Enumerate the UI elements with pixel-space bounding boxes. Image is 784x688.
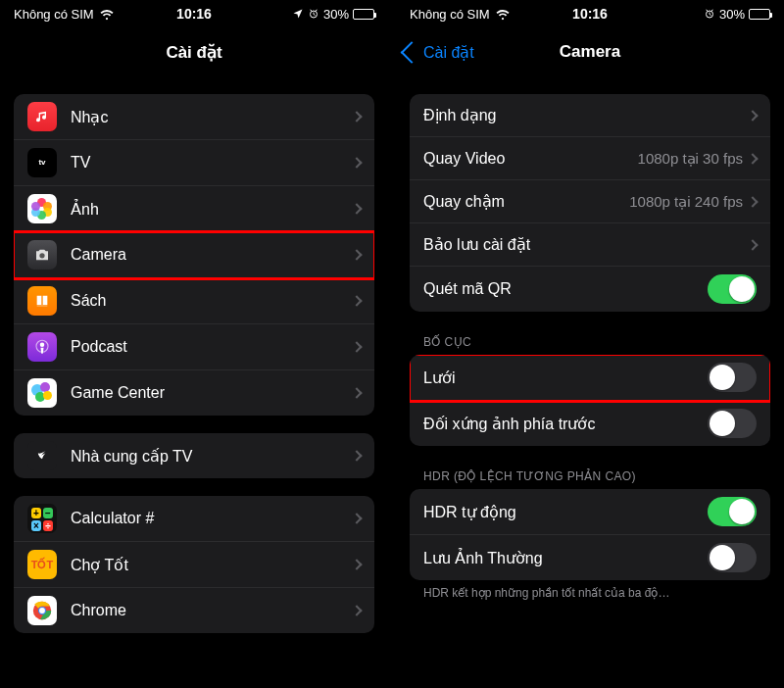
camera-row-autohdr[interactable]: HDR tự động (410, 489, 770, 535)
toggle-keepnormal[interactable] (708, 543, 757, 572)
carrier-text: Không có SIM (14, 7, 94, 22)
settings-group-apple-apps: Nhạc tv TV Ả (14, 94, 374, 416)
settings-row-chrome[interactable]: Chrome (14, 588, 374, 633)
toggle-grid[interactable] (708, 363, 757, 392)
chevron-right-icon (351, 559, 362, 569)
settings-row-calculator[interactable]: + − × ÷ Calculator # (14, 496, 374, 542)
chevron-right-icon (351, 295, 362, 306)
chevron-left-icon (401, 41, 423, 64)
camera-row-grid[interactable]: Lưới (410, 355, 770, 401)
chevron-right-icon (747, 110, 758, 121)
settings-row-books[interactable]: Sách (14, 278, 374, 324)
clock: 10:16 (176, 6, 212, 22)
chevron-right-icon (351, 157, 362, 168)
photos-icon (27, 194, 57, 223)
battery-icon (749, 9, 770, 20)
camera-row-keepnormal[interactable]: Lưu Ảnh Thường (410, 535, 770, 580)
page-title: Camera (560, 42, 620, 62)
podcast-icon (27, 332, 57, 362)
camera-group-formats: Định dạng Quay Video 1080p tại 30 fps Qu… (410, 94, 770, 312)
chevron-right-icon (351, 605, 362, 615)
wifi-icon (100, 7, 114, 21)
camera-row-scanqr[interactable]: Quét mã QR (410, 267, 770, 312)
chevron-right-icon (351, 450, 362, 461)
settings-group-thirdparty: + − × ÷ Calculator # TỐT Chợ Tốt Chro (14, 496, 374, 633)
battery-icon (353, 9, 374, 20)
camera-group-layout: Lưới Đối xứng ảnh phía trước (410, 355, 770, 446)
svg-point-1 (39, 253, 44, 258)
alarm-icon (308, 8, 319, 20)
chevron-right-icon (351, 387, 362, 398)
svg-point-6 (39, 608, 45, 614)
chevron-right-icon (351, 513, 362, 523)
gamecenter-icon (27, 378, 57, 408)
battery-pct: 30% (719, 7, 745, 22)
toggle-scanqr[interactable] (708, 274, 757, 304)
chevron-right-icon (351, 203, 362, 214)
settings-row-tvprovider[interactable]: Nhà cung cấp TV (14, 433, 374, 478)
camera-row-preserve[interactable]: Bảo lưu cài đặt (410, 223, 770, 267)
camera-group-hdr: HDR tự động Lưu Ảnh Thường (410, 489, 770, 580)
settings-row-podcast[interactable]: Podcast (14, 324, 374, 370)
group-header-layout: BỐ CỤC (396, 312, 784, 355)
camera-icon (27, 240, 57, 270)
camera-row-slowmo[interactable]: Quay chậm 1080p tại 240 fps (410, 180, 770, 223)
toggle-mirrorfront[interactable] (708, 409, 757, 438)
toggle-autohdr[interactable] (708, 497, 757, 526)
status-bar: Không có SIM 10:16 30% (0, 0, 388, 27)
books-icon (27, 286, 57, 316)
location-icon (292, 8, 304, 20)
chevron-right-icon (351, 111, 362, 122)
svg-point-2 (40, 343, 45, 348)
battery-pct: 30% (323, 7, 349, 22)
hdr-footer-note: HDR kết hợp những phần tốt nhất của ba đ… (396, 580, 784, 600)
page-title: Cài đặt (166, 42, 221, 63)
chevron-right-icon (351, 341, 362, 352)
alarm-icon (704, 8, 715, 20)
settings-row-gamecenter[interactable]: Game Center (14, 370, 374, 416)
settings-row-tv[interactable]: tv TV (14, 140, 374, 186)
camera-row-recordvideo[interactable]: Quay Video 1080p tại 30 fps (410, 137, 770, 180)
chotot-icon: TỐT (27, 550, 57, 579)
clock: 10:16 (572, 6, 608, 22)
carrier-text: Không có SIM (410, 7, 490, 22)
chrome-icon (27, 596, 57, 625)
status-bar: Không có SIM 10:16 30% (396, 0, 784, 27)
settings-group-tvprovider: Nhà cung cấp TV (14, 433, 374, 478)
chevron-right-icon (747, 153, 758, 164)
back-button[interactable]: Cài đặt (404, 43, 474, 62)
camera-row-formats[interactable]: Định dạng (410, 94, 770, 137)
tvprovider-icon (27, 441, 57, 470)
chevron-right-icon (747, 239, 758, 250)
settings-row-photos[interactable]: Ảnh (14, 186, 374, 232)
navbar: Cài đặt Camera (396, 27, 784, 76)
settings-row-chotot[interactable]: TỐT Chợ Tốt (14, 542, 374, 588)
chevron-right-icon (351, 249, 362, 260)
settings-row-music[interactable]: Nhạc (14, 94, 374, 140)
navbar: Cài đặt (0, 27, 388, 76)
calculator-icon: + − × ÷ (27, 504, 57, 533)
settings-root-screen: Không có SIM 10:16 30% Cài đặt N (0, 0, 388, 688)
camera-row-mirrorfront[interactable]: Đối xứng ảnh phía trước (410, 401, 770, 446)
tv-icon: tv (27, 148, 57, 177)
wifi-icon (496, 7, 510, 21)
music-icon (27, 102, 57, 131)
group-header-hdr: HDR (ĐỘ LỆCH TƯƠNG PHẢN CAO) (396, 446, 784, 489)
settings-row-camera[interactable]: Camera (14, 232, 374, 278)
chevron-right-icon (747, 196, 758, 207)
settings-camera-screen: Không có SIM 10:16 30% Cài đặt Camera Đị… (396, 0, 784, 688)
